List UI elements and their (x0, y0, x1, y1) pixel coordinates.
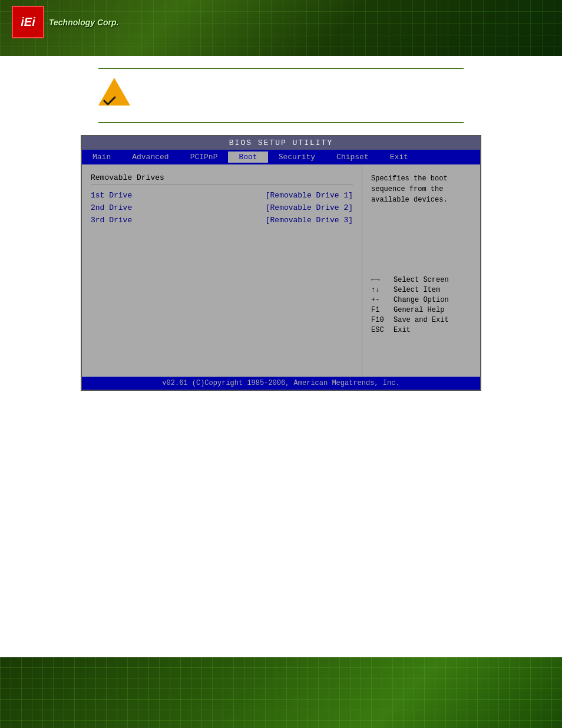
drive-2-row: 2nd Drive [Removable Drive 2] (91, 203, 353, 212)
key-leftright-action: Select Screen (394, 276, 449, 284)
key-plusminus: +- (371, 296, 389, 304)
key-updown: ↑↓ (371, 286, 389, 294)
menu-boot[interactable]: Boot (228, 151, 267, 163)
content-area: BIOS SETUP UTILITY Main Advanced PCIPnP … (0, 56, 562, 403)
keys-section: ←→ Select Screen ↑↓ Select Item +- Chang… (371, 276, 471, 334)
footer-circuit-pattern (0, 657, 562, 728)
menu-pcipnp[interactable]: PCIPnP (180, 151, 229, 163)
drive-3-row: 3rd Drive [Removable Drive 3] (91, 216, 353, 225)
menu-advanced[interactable]: Advanced (121, 151, 179, 163)
bottom-footer (0, 657, 562, 728)
warning-section (98, 78, 464, 107)
key-row-updown: ↑↓ Select Item (371, 286, 471, 294)
bios-title-bar: BIOS SETUP UTILITY (82, 136, 480, 150)
checkmark-icon (103, 95, 116, 106)
key-row-f10: F10 Save and Exit (371, 316, 471, 324)
key-esc: ESC (371, 326, 389, 334)
bios-footer: v02.61 (C)Copyright 1985-2006, American … (82, 377, 480, 390)
key-row-arrows: ←→ Select Screen (371, 276, 471, 284)
menu-chipset[interactable]: Chipset (326, 151, 379, 163)
drive-3-label: 3rd Drive (91, 216, 132, 225)
key-esc-action: Exit (394, 326, 411, 334)
key-f10-action: Save and Exit (394, 316, 449, 324)
warning-icon (98, 78, 131, 107)
bios-screenshot: BIOS SETUP UTILITY Main Advanced PCIPnP … (81, 135, 481, 391)
key-row-esc: ESC Exit (371, 326, 471, 334)
key-leftright: ←→ (371, 276, 389, 284)
drive-1-value: [Removable Drive 1] (266, 191, 353, 200)
bios-footer-text: v02.61 (C)Copyright 1985-2006, American … (162, 379, 399, 387)
bottom-divider (98, 122, 464, 123)
key-updown-action: Select Item (394, 286, 440, 294)
drive-2-label: 2nd Drive (91, 203, 132, 212)
bios-main-content: Removable Drives 1st Drive [Removable Dr… (82, 164, 480, 377)
top-divider (98, 68, 464, 69)
drive-3-value: [Removable Drive 3] (266, 216, 353, 225)
bios-right-panel: Specifies the boot sequence from the ava… (362, 164, 480, 377)
drive-1-row: 1st Drive [Removable Drive 1] (91, 191, 353, 200)
key-f1-action: General Help (394, 306, 444, 314)
menu-exit[interactable]: Exit (379, 151, 419, 163)
menu-main[interactable]: Main (82, 151, 121, 163)
drive-1-label: 1st Drive (91, 191, 132, 200)
key-f1: F1 (371, 306, 389, 314)
key-row-f1: F1 General Help (371, 306, 471, 314)
page-layout: iEi Technology Corp. BIOS SETUP UTILITY (0, 0, 562, 728)
bios-left-panel: Removable Drives 1st Drive [Removable Dr… (82, 164, 362, 377)
help-text: Specifies the boot sequence from the ava… (371, 173, 471, 205)
drive-2-value: [Removable Drive 2] (266, 203, 353, 212)
iei-logo: iEi (12, 6, 44, 38)
section-title: Removable Drives (91, 173, 353, 185)
menu-security[interactable]: Security (268, 151, 326, 163)
bios-menu-bar: Main Advanced PCIPnP Boot Security Chips… (82, 150, 480, 164)
company-name: Technology Corp. (49, 18, 118, 27)
key-f10: F10 (371, 316, 389, 324)
logo-area: iEi Technology Corp. (12, 6, 118, 38)
key-row-plusminus: +- Change Option (371, 296, 471, 304)
key-plusminus-action: Change Option (394, 296, 449, 304)
top-header: iEi Technology Corp. (0, 0, 562, 56)
bios-title: BIOS SETUP UTILITY (229, 139, 333, 147)
